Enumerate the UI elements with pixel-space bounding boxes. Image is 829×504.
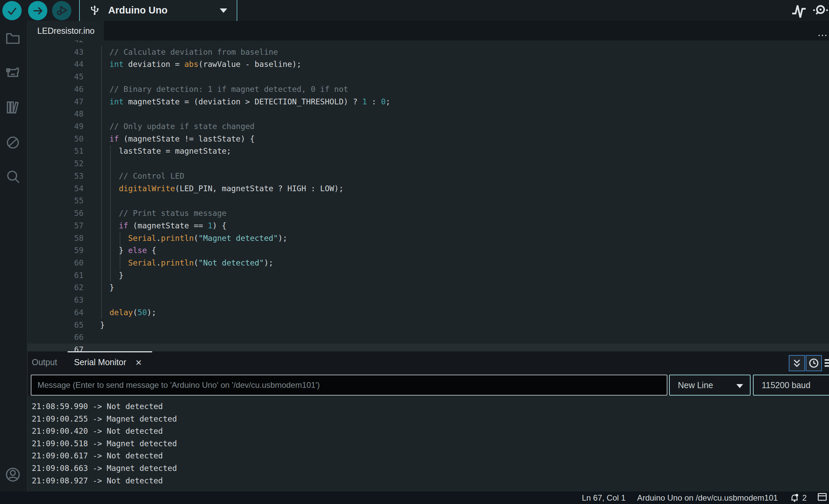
selected-board-label: Arduino Uno [108,5,168,16]
sidebar-item-sketchbook[interactable] [4,30,23,48]
bottom-panel-header: Output Serial Monitor ✕ [28,351,829,375]
code-line[interactable]: 49 // Only update if state changed [28,120,829,133]
line-number: 43 [28,46,84,58]
code-line[interactable]: 52 [28,157,829,170]
debug-icon [56,5,68,17]
code-line[interactable]: 50 if (magnetState != lastState) { [28,133,829,145]
upload-button[interactable] [28,1,47,20]
dropdown-caret-icon [220,8,227,13]
serial-plotter-button[interactable] [790,3,807,19]
tab-ledresistor-ino[interactable]: LEDresistor.ino [28,21,104,41]
line-number: 60 [28,257,84,269]
line-number: 52 [28,157,84,170]
line-number: 45 [28,71,84,83]
clear-output-button[interactable] [823,357,829,370]
code-line[interactable]: 61 } [28,269,829,282]
code-line[interactable]: 59 } else { [28,244,829,257]
search-icon [4,169,22,185]
code-line[interactable]: 42 [28,41,829,46]
serial-monitor-output[interactable]: 21:08:59.990 -> Not detected21:09:00.255… [28,396,829,492]
serial-output-line: 21:09:08.927 -> Not detected [32,475,829,487]
close-serial-monitor-icon[interactable]: ✕ [135,358,142,368]
code-line[interactable]: 65} [28,319,829,331]
timestamp-toggle-button[interactable] [806,355,822,371]
tab-serial-monitor[interactable]: Serial Monitor [74,357,126,367]
notifications-button[interactable]: 2 [789,493,807,503]
timestamp-icon [808,358,819,369]
code-text: Serial.println("Magnet detected"); [100,232,287,245]
code-line[interactable]: 57 if (magnetState == 1) { [28,220,829,232]
code-line[interactable]: 62 } [28,281,829,294]
code-line[interactable]: 48 [28,108,829,120]
tabbar-more-button[interactable]: ⋯ [818,29,829,41]
serial-output-line: 21:09:08.663 -> Magnet detected [32,462,829,475]
arduino-ide-window: { "toolbar": { "board_selector_label": "… [0,0,829,504]
tab-output[interactable]: Output [32,357,57,367]
sidebar-item-search[interactable] [4,169,23,186]
line-number: 53 [28,170,84,182]
line-ending-value: New Line [678,380,713,390]
code-line[interactable]: 60 Serial.println("Not detected"); [28,257,829,269]
code-text: // Print status message [100,207,227,220]
toolbar: Arduino Uno [0,0,829,21]
serial-output-line: 21:09:00.420 -> Not detected [32,425,829,437]
line-ending-dropdown[interactable]: New Line [669,375,751,396]
line-number: 48 [28,108,84,120]
active-panel-tab-indicator [68,351,152,352]
line-number: 67 [28,344,84,351]
notification-count: 2 [802,493,807,503]
line-number: 62 [28,281,84,294]
board-selector-dropdown[interactable]: Arduino Uno [79,0,237,22]
line-number: 65 [28,319,84,331]
code-text: int deviation = abs(rawValue - baseline)… [100,58,301,71]
code-line[interactable]: 54 digitalWrite(LED_PIN, magnetState ? H… [28,182,829,195]
cursor-position[interactable]: Ln 67, Col 1 [582,493,625,503]
baud-rate-value: 115200 baud [762,380,810,390]
editor-tabbar: LEDresistor.ino ⋯ [28,21,829,41]
sidebar-item-account[interactable] [4,466,23,484]
sidebar-item-library-manager[interactable] [4,99,23,117]
line-number: 63 [28,294,84,306]
debug-button[interactable] [52,1,71,20]
board-connection-status[interactable]: Arduino Uno on /dev/cu.usbmodem101 [637,493,778,503]
code-line[interactable]: 66 [28,331,829,344]
line-number: 56 [28,207,84,220]
code-text: } [100,281,114,294]
code-lines-container: 4243 // Calculate deviation from baselin… [28,41,829,351]
sidebar-item-debug[interactable] [4,134,23,152]
autoscroll-toggle-button[interactable] [789,355,805,371]
code-text: } [100,269,123,282]
panel-layout-button[interactable] [817,492,828,504]
serial-monitor-button[interactable] [812,3,829,19]
sidebar-item-boards-manager[interactable] [4,65,23,82]
code-text: } else { [100,244,156,257]
line-number: 66 [28,331,84,344]
autoscroll-icon [791,358,802,369]
dropdown-caret-icon [736,384,743,388]
serial-output-line: 21:09:00.617 -> Not detected [32,450,829,462]
code-line[interactable]: 46 // Binary detection: 1 if magnet dete… [28,83,829,96]
code-line[interactable]: 45 [28,71,829,83]
code-line[interactable]: 63 [28,294,829,306]
verify-button[interactable] [2,1,22,20]
code-line[interactable]: 67 [28,344,829,351]
code-line[interactable]: 43 // Calculate deviation from baseline [28,46,829,58]
serial-monitor-icon [812,3,829,19]
panel-layout-icon [817,492,828,502]
code-text: if (magnetState == 1) { [100,220,227,232]
code-line[interactable]: 53 // Control LED [28,170,829,182]
code-line[interactable]: 51 lastState = magnetState; [28,145,829,157]
serial-message-input[interactable] [31,375,667,396]
debug-disabled-icon [4,134,22,151]
code-line[interactable]: 44 int deviation = abs(rawValue - baseli… [28,58,829,71]
code-line[interactable]: 55 [28,195,829,207]
code-line[interactable]: 64 delay(50); [28,306,829,319]
baud-rate-dropdown[interactable]: 115200 baud [753,375,829,396]
code-line[interactable]: 58 Serial.println("Magnet detected"); [28,232,829,245]
code-line[interactable]: 47 int magnetState = (deviation > DETECT… [28,96,829,108]
line-number: 61 [28,269,84,282]
code-editor[interactable]: 4243 // Calculate deviation from baselin… [28,41,829,351]
code-text: lastState = magnetState; [100,145,231,157]
status-bar: Ln 67, Col 1 Arduino Uno on /dev/cu.usbm… [0,492,829,504]
code-line[interactable]: 56 // Print status message [28,207,829,220]
